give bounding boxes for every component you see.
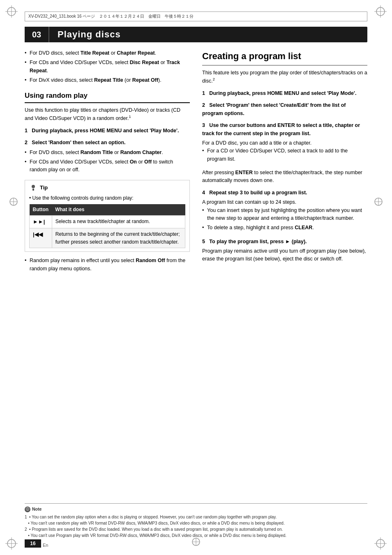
right-column: Creating a program list This feature let… bbox=[202, 49, 367, 522]
tip-box: Tip • Use the following controls during … bbox=[25, 180, 190, 252]
table-row: |◀◀ Returns to the beginning of the curr… bbox=[30, 228, 185, 248]
random-intro: Use this function to play titles or chap… bbox=[25, 106, 190, 123]
random-section-title: Using random play bbox=[25, 90, 190, 103]
prog-delete: To delete a step, highlight it and press… bbox=[202, 224, 367, 232]
prog-step3-label: 3 Use the cursor buttons and ENTER to se… bbox=[202, 122, 367, 138]
prog-step1: 1 During playback, press HOME MENU and s… bbox=[202, 90, 367, 97]
prog-step5-label: 5 To play the program list, press ► (pla… bbox=[202, 238, 367, 246]
corner-mark-tl bbox=[3, 3, 20, 20]
note-icon: ⓘ bbox=[25, 507, 30, 512]
random-step2-label: 2 Select 'Random' then select an option. bbox=[25, 139, 190, 147]
note-box: ⓘ Note 1 • You can set the random play o… bbox=[25, 503, 367, 539]
prog-cd-track: For a CD or Video CD/Super VCD, select a… bbox=[202, 147, 367, 163]
chapter-title: Playing discs bbox=[49, 29, 121, 40]
file-info-bar: XV-DV232_240_131.book 16 ページ ２０１４年１２月２４日… bbox=[25, 12, 367, 21]
random-cd-opt: For CDs and Video CD/Super VCDs, select … bbox=[25, 158, 190, 174]
footnote-1: 1 bbox=[129, 115, 131, 119]
main-content: For DVD discs, select Title Repeat or Ch… bbox=[25, 49, 367, 522]
corner-mark-tr bbox=[372, 3, 389, 20]
program-intro: This feature lets you program the play o… bbox=[202, 69, 367, 85]
side-mark-left bbox=[9, 197, 18, 207]
tip-icon bbox=[29, 184, 37, 192]
random-off-note: Random play remains in effect until you … bbox=[25, 257, 190, 273]
corner-mark-bl bbox=[3, 535, 20, 552]
tip-label: Tip bbox=[40, 184, 48, 192]
svg-rect-19 bbox=[32, 189, 34, 191]
prog-insert: You can insert steps by just highlightin… bbox=[202, 207, 367, 223]
program-section-title: Creating a program list bbox=[202, 49, 367, 66]
prog-step5-body: Program play remains active until you tu… bbox=[202, 247, 367, 263]
note-label: Note bbox=[32, 506, 42, 513]
svg-point-18 bbox=[32, 185, 35, 188]
btn-rew: |◀◀ bbox=[30, 228, 52, 248]
bullet-cd-repeat: For CDs and Video CD/Super VCDs, select … bbox=[25, 59, 190, 75]
note-header: ⓘ Note bbox=[25, 506, 367, 513]
table-col2-header: What it does bbox=[52, 204, 185, 215]
repeat-bullets: For DVD discs, select Title Repeat or Ch… bbox=[25, 49, 190, 85]
prog-step4-bullets: You can insert steps by just highlightin… bbox=[202, 207, 367, 232]
prog-enter-note: After pressing ENTER to select the title… bbox=[202, 169, 367, 185]
prog-step4-sub: A program list can contain up to 24 step… bbox=[202, 198, 367, 206]
tip-header: Tip bbox=[29, 184, 185, 192]
prog-step3-bullets: For a CD or Video CD/Super VCD, select a… bbox=[202, 147, 367, 163]
btn-ff: ►►| bbox=[30, 215, 52, 228]
file-info-text: XV-DV232_240_131.book 16 ページ ２０１４年１２月２４日… bbox=[28, 14, 194, 19]
tip-table: Button What it does ►►| Selects a new tr… bbox=[29, 204, 185, 248]
page-lang: En bbox=[43, 543, 48, 548]
note-item-2: • You can't use random play with VR form… bbox=[25, 520, 367, 526]
bottom-center-mark bbox=[191, 537, 201, 548]
note-item-1: 1 • You can set the random play option w… bbox=[25, 514, 367, 520]
btn-rew-desc: Returns to the beginning of the current … bbox=[52, 228, 185, 248]
corner-mark-br bbox=[372, 535, 389, 552]
table-row: ►►| Selects a new track/title/chapter at… bbox=[30, 215, 185, 228]
chapter-header: 03 Playing discs bbox=[25, 27, 367, 42]
chapter-number: 03 bbox=[25, 27, 49, 42]
bullet-divx-repeat: For DivX video discs, select Repeat Titl… bbox=[25, 76, 190, 84]
left-column: For DVD discs, select Title Repeat or Ch… bbox=[25, 49, 190, 522]
prog-step4-label: 4 Repeat step 3 to build up a program li… bbox=[202, 189, 367, 197]
random-step1-label: 1 During playback, press HOME MENU and s… bbox=[25, 127, 190, 135]
page-number: 16 bbox=[25, 539, 41, 548]
tip-intro: • Use the following controls during rand… bbox=[29, 194, 185, 202]
note-item-3: 2 • Program lists are saved for the DVD … bbox=[25, 526, 367, 532]
footnote-2: 2 bbox=[213, 77, 215, 81]
side-mark-right bbox=[374, 197, 383, 207]
bullet-dvd-repeat: For DVD discs, select Title Repeat or Ch… bbox=[25, 49, 190, 57]
table-col1-header: Button bbox=[30, 204, 52, 215]
btn-ff-desc: Selects a new track/title/chapter at ran… bbox=[52, 215, 185, 228]
random-step2-bullets: For DVD discs, select Random Title or Ra… bbox=[25, 149, 190, 174]
prog-step2: 2 Select 'Program' then select 'Create/E… bbox=[202, 101, 367, 117]
random-dvd-opt: For DVD discs, select Random Title or Ra… bbox=[25, 149, 190, 157]
prog-step3-dvd: For a DVD disc, you can add a title or a… bbox=[202, 139, 367, 147]
